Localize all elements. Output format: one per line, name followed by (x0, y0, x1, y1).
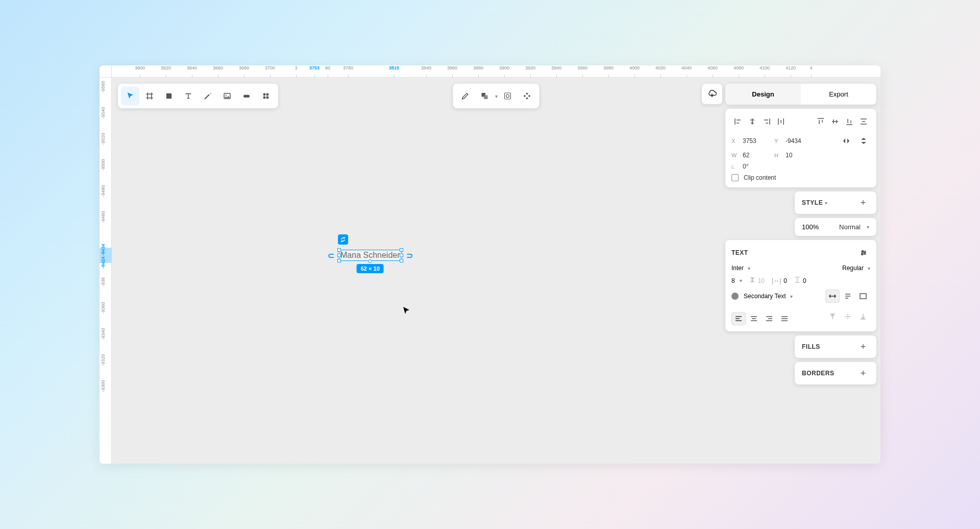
ruler-h-tick: 4100 (760, 65, 770, 70)
ruler-h-tick: 4060 (707, 65, 718, 70)
font-weight-select[interactable]: Regular▾ (842, 264, 870, 272)
button-tool[interactable] (237, 87, 256, 105)
constraint-right-icon: ⊃ (406, 251, 413, 260)
x-value[interactable]: 3753 (743, 137, 770, 145)
blend-mode-value[interactable]: Normal (839, 223, 861, 231)
chevron-down-icon[interactable]: ▾ (867, 224, 869, 230)
letter-spacing-input[interactable]: |↔| 0 (772, 277, 787, 284)
mask-tool[interactable] (499, 87, 517, 105)
edit-path-tool[interactable] (456, 87, 475, 105)
ruler-v-tick: -938 (101, 277, 106, 286)
ruler-h-tick: 3680 (239, 65, 249, 70)
y-value[interactable]: -9434 (786, 137, 813, 145)
ruler-v-tick: -9540 (101, 107, 106, 118)
opacity-section: 100% Normal ▾ (795, 218, 876, 236)
h-value[interactable]: 10 (786, 152, 813, 159)
text-valign-bottom-button[interactable] (856, 310, 870, 323)
properties-panel: Design Export (725, 84, 876, 384)
resize-handle-br[interactable] (400, 259, 403, 262)
text-tool[interactable] (179, 87, 198, 105)
add-style-button[interactable]: + (857, 197, 869, 209)
ruler-h-tick: 3840 (421, 65, 431, 70)
resize-handle-tr[interactable] (400, 248, 403, 252)
chevron-down-icon[interactable]: ▾ (825, 200, 827, 206)
selected-text-object[interactable]: ⊂ ⊃ Mana Schneider 62 × 10 (339, 250, 402, 261)
text-content: Mana Schneider (340, 251, 400, 259)
pen-tool[interactable] (199, 87, 217, 105)
svg-point-14 (862, 254, 863, 255)
flip-v-button[interactable] (857, 134, 870, 148)
font-size-input[interactable]: 8▾ (731, 277, 742, 284)
fixed-size-button[interactable] (856, 290, 870, 303)
add-fill-button[interactable]: + (857, 341, 869, 353)
design-app-window: 3600362036403660368037003375360378038153… (100, 65, 880, 464)
text-align-center-button[interactable] (747, 312, 761, 325)
line-height-input[interactable]: 10 (749, 277, 765, 284)
svg-rect-3 (243, 95, 250, 98)
text-align-justify-button[interactable] (777, 312, 792, 325)
rectangle-tool[interactable] (160, 87, 178, 105)
resize-handle-bl[interactable] (337, 259, 341, 262)
ruler-h-tick: 4000 (629, 65, 640, 70)
tab-design[interactable]: Design (725, 84, 801, 105)
component-tool[interactable] (257, 87, 275, 105)
create-component-tool[interactable] (518, 87, 536, 105)
canvas[interactable]: ▾ Design Export (112, 78, 880, 464)
distribute-v-button[interactable] (857, 115, 870, 128)
paragraph-spacing-input[interactable]: 0 (794, 277, 806, 284)
borders-title: BORDERS (802, 370, 835, 377)
resize-handle-tl[interactable] (337, 248, 341, 252)
rotation-value[interactable]: 0° (743, 163, 770, 170)
clip-content-label: Clip content (744, 174, 776, 181)
text-align-right-button[interactable] (762, 312, 776, 325)
sync-indicator-icon[interactable] (338, 234, 348, 245)
ruler-h-tick: 3660 (213, 65, 223, 70)
image-tool[interactable] (218, 87, 236, 105)
align-left-button[interactable] (731, 115, 745, 128)
svg-rect-7 (266, 97, 269, 99)
font-family-select[interactable]: Inter▾ (731, 264, 750, 272)
resize-handle-ml[interactable] (337, 254, 341, 257)
text-color-select[interactable]: Secondary Text▾ (744, 293, 793, 300)
sync-cloud-button[interactable] (702, 84, 722, 104)
clip-content-checkbox[interactable] (731, 174, 739, 181)
svg-point-12 (862, 251, 864, 252)
auto-height-button[interactable] (841, 290, 855, 303)
resize-handle-mr[interactable] (400, 254, 403, 257)
resize-handle-bc[interactable] (369, 259, 372, 263)
cursor-icon (403, 306, 410, 318)
frame-tool[interactable] (140, 87, 159, 105)
boolean-tool[interactable] (476, 87, 494, 105)
align-bottom-button[interactable] (843, 115, 856, 128)
vertical-ruler: -9560-9540-9520-9500-9480-9460-9434-9424… (100, 78, 112, 464)
opacity-value[interactable]: 100% (802, 223, 819, 231)
ruler-corner (100, 65, 112, 78)
ruler-v-tick: -9480 (101, 185, 106, 197)
text-align-left-button[interactable] (731, 312, 746, 325)
tools-toolbar (118, 84, 278, 108)
select-tool[interactable] (121, 87, 139, 105)
distribute-h-button[interactable] (774, 115, 788, 128)
auto-width-button[interactable] (825, 290, 840, 303)
ruler-v-tick: -9560 (101, 81, 106, 92)
align-hcenter-button[interactable] (746, 115, 759, 128)
tab-export[interactable]: Export (801, 84, 876, 105)
ruler-h-tick: 3880 (473, 65, 483, 70)
flip-h-button[interactable] (840, 134, 853, 148)
chevron-down-icon[interactable]: ▾ (495, 93, 498, 99)
text-valign-middle-button[interactable] (841, 310, 855, 323)
align-top-button[interactable] (814, 115, 827, 128)
panel-tabs: Design Export (725, 84, 876, 105)
text-color-swatch[interactable] (731, 293, 739, 300)
ruler-h-tick: 4 (810, 65, 812, 70)
text-valign-top-button[interactable] (825, 310, 840, 323)
text-options-button[interactable] (857, 246, 870, 259)
style-section: STYLE ▾ + (795, 191, 876, 214)
text-title: TEXT (731, 249, 748, 256)
ruler-h-tick: 4120 (786, 65, 796, 70)
align-vcenter-button[interactable] (828, 115, 842, 128)
add-border-button[interactable]: + (857, 367, 869, 379)
align-right-button[interactable] (760, 115, 773, 128)
x-label: X (731, 138, 739, 144)
w-value[interactable]: 62 (743, 152, 770, 159)
